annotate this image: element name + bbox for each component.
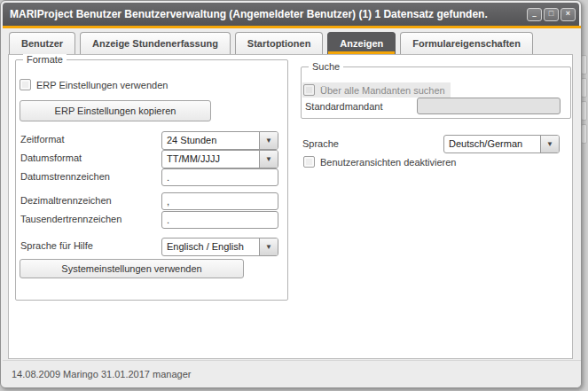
tab-anzeige-stundenerfassung[interactable]: Anzeige Stundenerfassung (80, 32, 231, 54)
standardmandant-label: Standardmandant (305, 101, 382, 112)
app-window: MARIProject Benutzer Benutzerverwaltung … (0, 0, 582, 388)
maximize-button[interactable]: □ (544, 8, 559, 21)
datumsformat-value: TT/MM/JJJJ (162, 151, 259, 168)
system-settings-button[interactable]: Systemeinstellungen verwenden (20, 259, 244, 278)
sprache-combobox[interactable]: Deutsch/German ▼ (443, 135, 560, 153)
datumstrennzeichen-label: Datumstrennzeichen (20, 171, 110, 182)
erp-settings-checkbox[interactable] (20, 79, 31, 90)
suche-legend: Suche (309, 61, 343, 73)
sprache-hilfe-combobox[interactable]: Englisch / English ▼ (161, 238, 278, 256)
close-icon: × (566, 10, 570, 18)
dezimaltrennzeichen-input[interactable] (161, 192, 278, 210)
standardmandant-input (417, 98, 561, 114)
datumsformat-combobox[interactable]: TT/MM/JJJJ ▼ (161, 150, 278, 168)
status-bar: 14.08.2009 Maringo 31.01.2017 manager (3, 360, 581, 387)
all-clients-checkbox (303, 84, 315, 96)
chevron-down-icon: ▼ (265, 137, 272, 145)
tab-startoptionen[interactable]: Startoptionen (235, 32, 324, 54)
tab-anzeigen[interactable]: Anzeigen (327, 32, 396, 54)
datumstrennzeichen-input[interactable] (161, 168, 278, 186)
window-title: MARIProject Benutzer Benutzerverwaltung … (3, 8, 527, 20)
benutzeransichten-checkbox-label: Benutzeransichten deaktivieren (320, 157, 456, 168)
minimize-icon: – (532, 12, 537, 20)
content-panel: Formate ERP Einstellungen verwenden ERP … (8, 54, 573, 359)
maximize-icon: □ (549, 10, 553, 18)
tab-formulareigenschaften[interactable]: Formulareigenschaften (400, 32, 533, 54)
chevron-down-icon: ▼ (265, 244, 272, 251)
zeitformat-combobox[interactable]: 24 Stunden ▼ (161, 131, 278, 150)
tab-benutzer[interactable]: Benutzer (9, 32, 75, 54)
close-button[interactable]: × (561, 8, 576, 21)
sprache-hilfe-value: Englisch / English (162, 239, 259, 255)
chevron-down-icon: ▼ (546, 141, 553, 148)
tausendertrennzeichen-input[interactable] (161, 211, 278, 229)
all-clients-checkbox-label: Über alle Mandanten suchen (320, 85, 445, 96)
suche-group: Suche Über alle Mandanten suchen Standar… (301, 66, 571, 119)
background-ghost-button (581, 55, 587, 74)
all-clients-checkbox-row: Über alle Mandanten suchen (302, 82, 451, 98)
tausendertrennzeichen-label: Tausendertrennzeichen (20, 214, 122, 224)
status-text: 14.08.2009 Maringo 31.01.2017 manager (3, 369, 191, 379)
sprache-value: Deutsch/German (444, 136, 540, 152)
sprache-dropdown-button[interactable]: ▼ (540, 136, 559, 152)
background-ghost-button (581, 101, 587, 121)
sprache-hilfe-dropdown-button[interactable]: ▼ (259, 239, 278, 255)
zeitformat-value: 24 Stunden (162, 132, 259, 149)
erp-copy-button[interactable]: ERP Einstellungen kopieren (20, 100, 211, 121)
title-bar[interactable]: MARIProject Benutzer Benutzerverwaltung … (3, 3, 579, 26)
benutzeransichten-checkbox-row[interactable]: Benutzeransichten deaktivieren (303, 156, 456, 168)
sprache-label: Sprache (302, 138, 339, 149)
erp-settings-checkbox-row[interactable]: ERP Einstellungen verwenden (20, 79, 168, 90)
datumsformat-label: Datumsformat (20, 152, 82, 163)
formate-group: Formate ERP Einstellungen verwenden ERP … (15, 59, 288, 301)
zeitformat-label: Zeitformat (20, 134, 65, 145)
tab-strip: Benutzer Anzeige Stundenerfassung Starto… (3, 28, 581, 54)
sprache-hilfe-label: Sprache für Hilfe (20, 240, 93, 251)
background-ghost-button (581, 78, 587, 98)
datumsformat-dropdown-button[interactable]: ▼ (259, 151, 278, 168)
zeitformat-dropdown-button[interactable]: ▼ (259, 132, 278, 149)
background-ghost-button (581, 124, 587, 144)
minimize-button[interactable]: – (527, 8, 542, 21)
chevron-down-icon: ▼ (265, 156, 272, 163)
screen: MARIProject Benutzer Benutzerverwaltung … (0, 0, 588, 391)
erp-settings-checkbox-label: ERP Einstellungen verwenden (36, 80, 168, 90)
window-controls: – □ × (527, 8, 579, 21)
dezimaltrennzeichen-label: Dezimaltrennzeichen (20, 195, 112, 206)
benutzeransichten-checkbox[interactable] (303, 156, 315, 168)
formate-legend: Formate (23, 54, 67, 66)
